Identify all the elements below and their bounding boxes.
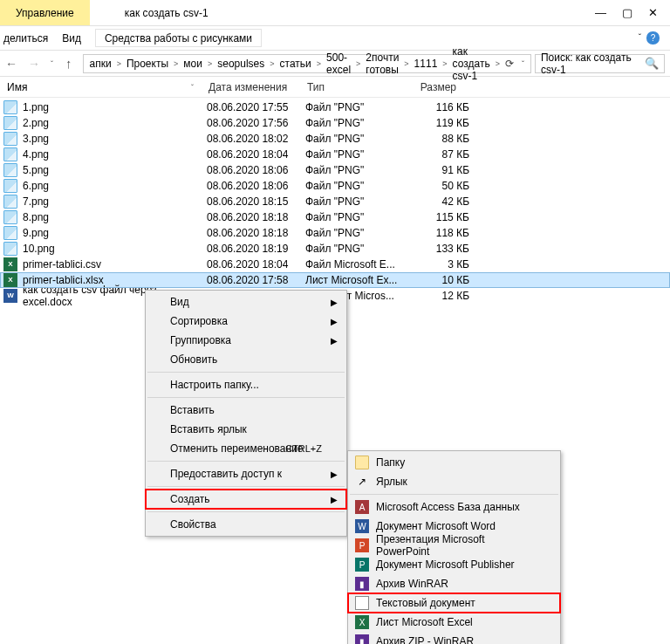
- file-row[interactable]: 9.png08.06.2020 18:18Файл "PNG"118 КБ: [0, 225, 670, 241]
- submenu-item[interactable]: PПрезентация Microsoft PowerPoint: [348, 536, 560, 555]
- breadcrumb-item[interactable]: статьи: [277, 58, 314, 70]
- file-icon: [3, 273, 17, 287]
- refresh-icon[interactable]: ⟳: [502, 58, 516, 70]
- col-size[interactable]: Размер: [403, 81, 464, 93]
- menu-item[interactable]: Обновить: [146, 350, 346, 369]
- file-row[interactable]: 8.png08.06.2020 18:18Файл "PNG"115 КБ: [0, 209, 670, 225]
- breadcrumb-item[interactable]: 1111: [412, 58, 441, 70]
- back-button[interactable]: ←: [0, 57, 23, 71]
- file-size: 119 КБ: [408, 117, 469, 129]
- ribbon-picture-tools[interactable]: Средства работы с рисунками: [95, 29, 262, 47]
- chevron-right-icon: >: [171, 59, 181, 68]
- submenu-item[interactable]: Текстовый документ: [348, 593, 560, 613]
- file-type-icon: W: [355, 519, 369, 533]
- breadcrumb-item[interactable]: как создать csv-1: [450, 45, 493, 82]
- menu-item[interactable]: Предоставить доступ к▶: [146, 464, 346, 483]
- chevron-right-icon: >: [267, 59, 277, 68]
- breadcrumb-item[interactable]: 2почти готовы: [363, 51, 401, 76]
- forward-button[interactable]: →: [23, 57, 45, 71]
- submenu-item-label: Ярлык: [376, 476, 407, 488]
- submenu-item-label: Лист Microsoft Excel: [376, 616, 473, 628]
- up-button[interactable]: ↑: [58, 56, 79, 71]
- file-row[interactable]: 5.png08.06.2020 18:06Файл "PNG"91 КБ: [0, 162, 670, 178]
- file-icon: [3, 100, 17, 114]
- window-title: как создать csv-1: [90, 7, 583, 19]
- submenu-item[interactable]: PДокумент Microsoft Publisher: [348, 555, 560, 574]
- menu-item[interactable]: Настроить папку...: [146, 375, 346, 394]
- sort-arrow-icon: ˇ: [191, 83, 194, 92]
- chevron-right-icon: >: [353, 59, 363, 68]
- menu-item-label: Отменить переименование: [170, 442, 304, 455]
- file-name: 2.png: [23, 117, 207, 129]
- ribbon-tab-manage[interactable]: Управление: [0, 0, 90, 25]
- breadcrumb-item[interactable]: Проекты: [124, 58, 171, 70]
- menu-share[interactable]: делиться: [3, 32, 48, 45]
- submenu-item-label: Архив ZIP - WinRAR: [376, 635, 474, 644]
- maximize-button[interactable]: ▢: [622, 6, 632, 19]
- recent-dropdown[interactable]: ˇ: [45, 59, 58, 68]
- file-row[interactable]: primer-tablici.csv08.06.2020 18:04Файл M…: [0, 257, 670, 272]
- menu-separator: [147, 511, 345, 512]
- breadcrumb-item[interactable]: 500-excel: [324, 51, 353, 76]
- file-row[interactable]: 4.png08.06.2020 18:04Файл "PNG"87 КБ: [0, 147, 670, 162]
- col-date[interactable]: Дата изменения: [202, 81, 300, 93]
- menu-item[interactable]: Сортировка▶: [146, 312, 346, 331]
- menu-view[interactable]: Вид: [62, 32, 81, 45]
- file-row[interactable]: 10.png08.06.2020 18:19Файл "PNG"133 КБ: [0, 241, 670, 257]
- file-date: 08.06.2020 18:02: [207, 133, 305, 145]
- menu-item-hotkey: CTRL+Z: [285, 443, 322, 454]
- menu-item[interactable]: Отменить переименованиеCTRL+Z: [146, 439, 346, 458]
- submenu-item-label: Текстовый документ: [376, 597, 475, 609]
- submenu-item[interactable]: AMicrosoft Access База данных: [348, 497, 560, 517]
- submenu-item[interactable]: ▮Архив ZIP - WinRAR: [348, 632, 560, 644]
- menu-item[interactable]: Создать▶: [146, 490, 346, 509]
- file-size: 50 КБ: [408, 180, 469, 192]
- file-name: 3.png: [23, 133, 207, 145]
- file-date: 08.06.2020 18:18: [207, 227, 305, 239]
- menu-item[interactable]: Группировка▶: [146, 331, 346, 350]
- file-icon: [3, 210, 17, 224]
- file-size: 10 КБ: [408, 274, 469, 286]
- submenu-item[interactable]: XЛист Microsoft Excel: [348, 613, 560, 632]
- file-date: 08.06.2020 18:19: [207, 243, 305, 255]
- search-icon: 🔍: [645, 57, 659, 70]
- submenu-item[interactable]: ↗Ярлык: [348, 472, 560, 491]
- col-type[interactable]: Тип: [300, 81, 403, 93]
- help-icon[interactable]: ?: [646, 31, 660, 45]
- chevron-right-icon: >: [205, 59, 215, 68]
- file-type: Файл "PNG": [305, 211, 408, 223]
- submenu-item[interactable]: Папку: [348, 453, 560, 472]
- breadcrumb-item[interactable]: мои: [181, 58, 205, 70]
- file-row[interactable]: 1.png08.06.2020 17:55Файл "PNG"116 КБ: [0, 99, 670, 115]
- file-type: Файл "PNG": [305, 243, 408, 255]
- file-date: 08.06.2020 17:55: [207, 101, 305, 113]
- menu-item-label: Предоставить доступ к: [170, 468, 282, 480]
- file-type: Файл Microsoft E...: [305, 258, 408, 271]
- crumb-dropdown-icon[interactable]: ˇ: [516, 59, 527, 68]
- menu-item[interactable]: Вид▶: [146, 292, 346, 312]
- file-size: 133 КБ: [408, 243, 469, 255]
- file-icon: [3, 257, 17, 271]
- chevron-right-icon: ▶: [331, 336, 338, 346]
- file-name: 9.png: [23, 227, 207, 239]
- file-row[interactable]: 6.png08.06.2020 18:06Файл "PNG"50 КБ: [0, 178, 670, 194]
- menu-item-label: Настроить папку...: [170, 379, 259, 391]
- minimize-button[interactable]: —: [595, 6, 606, 19]
- file-name: 5.png: [23, 164, 207, 176]
- file-row[interactable]: 3.png08.06.2020 18:02Файл "PNG"88 КБ: [0, 131, 670, 147]
- breadcrumb-item[interactable]: seopulses: [215, 58, 267, 70]
- file-type-icon: P: [355, 538, 369, 552]
- submenu-item[interactable]: ▮Архив WinRAR: [348, 574, 560, 593]
- breadcrumb[interactable]: апки>Проекты>мои>seopulses>статьи>500-ex…: [83, 54, 531, 73]
- file-icon: [3, 242, 17, 256]
- file-row[interactable]: 2.png08.06.2020 17:56Файл "PNG"119 КБ: [0, 115, 670, 131]
- file-row[interactable]: 7.png08.06.2020 18:15Файл "PNG"42 КБ: [0, 194, 670, 209]
- breadcrumb-item[interactable]: апки: [87, 58, 114, 70]
- menu-item[interactable]: Свойства: [146, 515, 346, 534]
- search-input[interactable]: Поиск: как создать csv-1 🔍: [535, 54, 665, 73]
- title-bar: Управление как создать csv-1 — ▢ ✕: [0, 0, 670, 26]
- chevron-down-icon[interactable]: ˇ: [639, 33, 641, 43]
- col-name[interactable]: Имяˇ: [0, 81, 202, 93]
- close-button[interactable]: ✕: [648, 6, 658, 19]
- menu-item-label: Вид: [170, 296, 189, 308]
